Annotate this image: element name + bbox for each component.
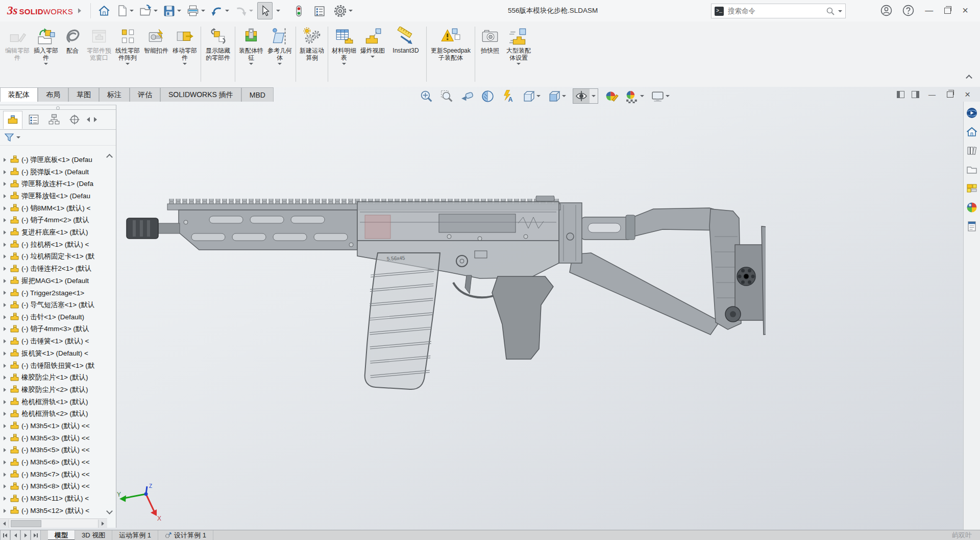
tree-item[interactable]: (-) M3h5<5> (默认) <<	[0, 444, 116, 457]
tree-item[interactable]: (-) 垃机柄固定卡<1> (默	[0, 251, 116, 263]
tree-item[interactable]: 弹匣释放钮<1> (Defau	[0, 190, 116, 202]
edit-appearance-button[interactable]	[605, 89, 619, 103]
chevron-down-icon[interactable]	[278, 63, 282, 65]
expand-arrow-icon[interactable]	[4, 194, 10, 198]
chevron-down-icon[interactable]	[838, 10, 842, 12]
tree-item[interactable]: 枪机框滑轨<2> (默认)	[0, 408, 116, 420]
expand-arrow-icon[interactable]	[4, 436, 10, 440]
tree-item[interactable]: (-) Trigger2stage<1>	[0, 287, 116, 299]
tree-item[interactable]: (-) 销8MM<1> (默认) <	[0, 202, 116, 215]
menu-flyout-icon[interactable]	[78, 8, 81, 13]
pistol-grip[interactable]	[492, 276, 553, 359]
file-explorer-icon[interactable]	[966, 163, 978, 176]
tree-item[interactable]: (-) 销子4mm<3> (默认	[0, 323, 116, 336]
window-minimize-icon[interactable]: —	[928, 90, 936, 99]
chevron-down-icon[interactable]	[201, 10, 205, 12]
expand-arrow-icon[interactable]	[4, 254, 10, 259]
ribbon-mate[interactable]: 配合	[60, 25, 85, 84]
tree-item[interactable]: (-) M3h5<7> (默认) <<	[0, 468, 116, 481]
ribbon-new-motion-study[interactable]: 新建运动算例	[298, 25, 326, 84]
ribbon-linear-pattern[interactable]: 线性零部件阵列	[113, 25, 142, 84]
tree-item[interactable]: (-) M3h5<6> (默认) <<	[0, 456, 116, 468]
expand-arrow-icon[interactable]	[4, 158, 10, 162]
muzzle-device[interactable]	[127, 218, 180, 239]
graphics-area[interactable]: 5.56x45 Y X Z	[0, 87, 980, 530]
tab-evaluate[interactable]: 评估	[130, 87, 160, 102]
help-icon[interactable]	[902, 4, 915, 17]
new-document-button[interactable]	[115, 3, 135, 19]
tree-item[interactable]: 枪机框滑轨<1> (默认)	[0, 396, 116, 408]
chevron-down-icon[interactable]	[349, 10, 353, 12]
trigger[interactable]	[465, 275, 472, 294]
previous-view-button[interactable]	[460, 89, 474, 103]
ribbon-reference-geometry[interactable]: 参考几何体	[265, 25, 294, 84]
ribbon-smart-fasteners[interactable]: 智能扣件	[142, 25, 170, 84]
tree-item[interactable]: (-) 销子4mm<2> (默认	[0, 214, 116, 226]
expand-arrow-icon[interactable]	[4, 473, 10, 477]
tree-item[interactable]: (-) 脱弹版<1> (Default	[0, 166, 116, 178]
restore-icon[interactable]	[944, 8, 951, 14]
chevron-down-icon[interactable]	[640, 95, 644, 97]
view-palette-icon[interactable]	[966, 182, 978, 195]
expand-arrow-icon[interactable]	[4, 315, 10, 319]
ribbon-bill-of-materials[interactable]: 材料明细表	[330, 25, 358, 84]
tree-item[interactable]: (-) 拉机柄<1> (默认) <	[0, 239, 116, 251]
chevron-down-icon[interactable]	[183, 63, 187, 65]
tree-item[interactable]: (-) M3h5<8> (默认) <<	[0, 481, 116, 493]
chevron-down-icon[interactable]	[562, 95, 566, 97]
tree-item[interactable]: (-) M3h5<3> (默认) <<	[0, 432, 116, 444]
chevron-down-icon[interactable]	[536, 95, 541, 97]
zoom-to-area-button[interactable]	[440, 89, 454, 103]
expand-arrow-icon[interactable]	[4, 303, 10, 307]
tab-assembly[interactable]: 装配体	[0, 87, 38, 102]
chevron-down-icon[interactable]	[44, 63, 48, 65]
search-input[interactable]	[727, 7, 826, 15]
expand-arrow-icon[interactable]	[4, 412, 10, 416]
rifle-assembly-model[interactable]: 5.56x45	[122, 196, 766, 400]
chevron-down-icon[interactable]	[371, 56, 375, 58]
window-close-icon[interactable]: ×	[965, 89, 970, 100]
expand-arrow-icon[interactable]	[4, 375, 10, 380]
chevron-down-icon[interactable]	[592, 95, 596, 97]
tree-item[interactable]: 握把MAG<1> (Default	[0, 275, 116, 287]
ribbon-take-snapshot[interactable]: 拍快照	[477, 25, 503, 84]
hide-show-items-button[interactable]	[573, 88, 598, 104]
expand-arrow-icon[interactable]	[4, 182, 10, 186]
tab-solidworks-addins[interactable]: SOLIDWORKS 插件	[160, 87, 241, 102]
undo-button[interactable]	[209, 3, 230, 19]
command-search[interactable]: >_	[711, 4, 846, 18]
chevron-down-icon[interactable]	[16, 136, 20, 138]
apply-scene-button[interactable]	[625, 89, 644, 103]
expand-arrow-icon[interactable]	[4, 206, 10, 210]
tree-item[interactable]: (-) M3h5<1> (默认) <<	[0, 420, 116, 432]
expand-arrow-icon[interactable]	[4, 509, 10, 513]
expand-arrow-icon[interactable]	[4, 279, 10, 283]
tree-item[interactable]: 橡胶防尘片<1> (默认)	[0, 371, 116, 384]
tab-dimxpertmanager[interactable]	[65, 111, 84, 128]
tree-item[interactable]: (-) 导气短活塞<1> (默认	[0, 299, 116, 311]
expand-arrow-icon[interactable]	[4, 230, 10, 234]
home-button[interactable]	[96, 3, 112, 19]
tab-configurationmanager[interactable]	[45, 111, 63, 128]
expand-arrow-icon[interactable]	[4, 448, 10, 452]
dynamic-annotation-views-button[interactable]: A	[501, 89, 515, 103]
select-tool-button[interactable]	[257, 2, 273, 19]
print-button[interactable]	[185, 3, 206, 19]
tab-featuremanager-tree[interactable]	[3, 111, 22, 129]
tree-item[interactable]: (-) 弹匣底板<1> (Defau	[0, 154, 116, 166]
panel-splitter[interactable]	[0, 105, 116, 110]
view-orientation-button[interactable]	[522, 89, 541, 103]
view-settings-button[interactable]	[651, 89, 670, 103]
chevron-down-icon[interactable]	[154, 10, 158, 12]
chevron-down-icon[interactable]	[130, 10, 134, 12]
next-sheet-button[interactable]	[20, 530, 31, 540]
expand-arrow-icon[interactable]	[4, 424, 10, 428]
scrollbar-thumb[interactable]	[11, 520, 41, 527]
chevron-down-icon[interactable]	[517, 63, 521, 65]
first-sheet-button[interactable]	[0, 530, 10, 540]
tab-sketch[interactable]: 草图	[68, 87, 99, 102]
magazine[interactable]: 5.56x45	[361, 253, 444, 389]
custom-properties-icon[interactable]	[966, 220, 978, 232]
ribbon-large-assembly-settings[interactable]: 大型装配体设置	[503, 25, 534, 84]
ribbon-insert-component[interactable]: 插入零部件	[32, 25, 60, 84]
